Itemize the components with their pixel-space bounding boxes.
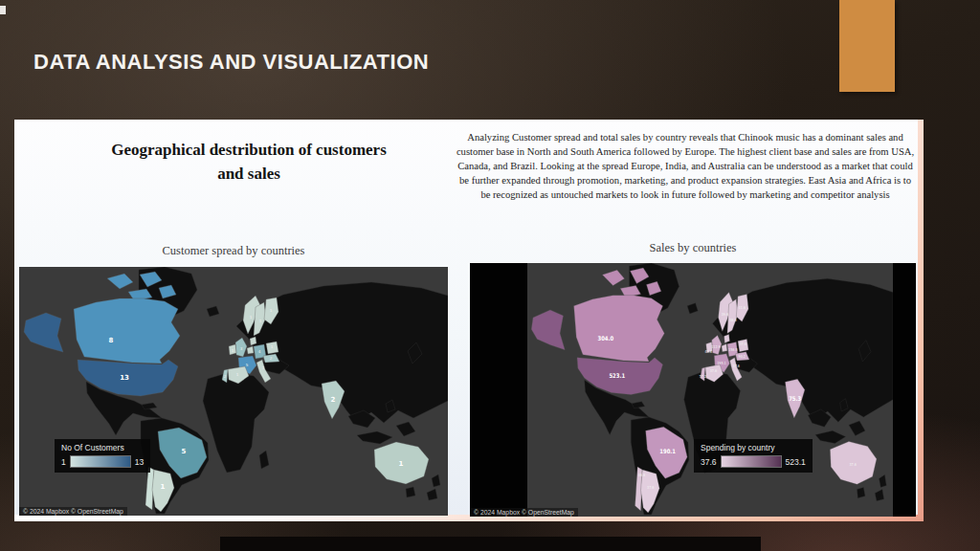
legend-colorbar	[70, 455, 131, 468]
analysis-summary-text: Analyzing Customer spread and total sale…	[455, 130, 916, 202]
value-label-czech: 90.2	[739, 355, 746, 359]
value-label-czech: 2	[270, 356, 273, 361]
sales-map-legend: Spending by country 37.6 523.1	[694, 439, 813, 473]
value-label-canada: 8	[109, 337, 114, 344]
accent-rectangle	[839, 0, 895, 92]
legend-min-value: 37.6	[701, 457, 717, 467]
screen-artifact	[0, 6, 6, 14]
value-label-finland: 1	[270, 308, 273, 313]
value-label-usa: 13	[120, 374, 129, 382]
value-label-germany: 4	[258, 349, 261, 354]
value-label-brazil: 5	[182, 448, 187, 455]
value-label-uk: 3	[240, 346, 243, 351]
value-label-norway: 39.6	[722, 313, 729, 317]
value-label-finland: 41.6	[739, 306, 746, 310]
value-label-usa: 523.1	[609, 373, 625, 380]
sales-choropleth-map: 304.0 523.1 190.1 46.6 37.6 75.3 37.6 39…	[470, 263, 916, 517]
customer-map-title: Customer spread by countries	[19, 244, 448, 258]
legend-min-value: 1	[61, 457, 66, 467]
value-label-sweden: 1	[259, 319, 262, 323]
value-label-poland: 37.6	[739, 342, 746, 345]
landmass-tasmania	[857, 487, 865, 497]
country-canada	[574, 296, 665, 362]
value-label-brazil: 190.1	[659, 448, 676, 454]
value-label-germany: 156.5	[728, 347, 737, 351]
value-label-poland: 1	[271, 344, 274, 349]
value-label-spain: 1	[236, 372, 239, 377]
map-attribution: © 2024 Mapbox © OpenStreetMap	[19, 507, 127, 516]
value-label-australia: 1	[399, 460, 404, 468]
value-label-canada: 304.0	[598, 335, 614, 342]
value-label-australia: 37.6	[850, 463, 858, 467]
content-panel-border: Geographical destribution of customers a…	[14, 120, 924, 521]
value-label-italy: 1	[262, 365, 265, 370]
value-label-india: 75.3	[789, 395, 801, 402]
value-label-ireland: 45.6	[705, 350, 713, 354]
value-label-italy: 37.6	[733, 364, 741, 368]
content-panel: Geographical destribution of customers a…	[14, 120, 918, 515]
value-label-france: 5	[246, 363, 249, 367]
legend-max-value: 13	[135, 457, 144, 467]
section-heading: Geographical destribution of customers a…	[100, 139, 397, 186]
value-label-argentina: 37.6	[647, 486, 655, 490]
bottom-shadow-bar	[220, 537, 761, 551]
value-label-france: 195.1	[717, 362, 725, 365]
value-label-sweden: 38.6	[729, 319, 737, 322]
value-label-spain: 37.6	[710, 369, 718, 373]
value-label-chile: 46.6	[638, 474, 646, 477]
value-label-uk: 112.9	[711, 344, 721, 348]
legend-title: No Of Customers	[61, 443, 144, 452]
legend-max-value: 523.1	[786, 457, 806, 467]
sales-map-title: Sales by countries	[470, 241, 916, 255]
legend-title: Spending by country	[701, 443, 806, 452]
value-label-ireland: 1	[232, 348, 234, 353]
value-label-india: 2	[331, 396, 336, 404]
value-label-argentina: 1	[161, 483, 166, 491]
landmass-tasmania	[406, 487, 415, 497]
customer-map-legend: No Of Customers 1 13	[55, 439, 150, 473]
presentation-slide: DATA ANALYSIS AND VISUALIZATION Geograph…	[0, 0, 980, 551]
sales-world-map-canvas: 304.0 523.1 190.1 46.6 37.6 75.3 37.6 39…	[527, 263, 893, 517]
value-label-norway: 1	[250, 315, 253, 320]
legend-colorbar	[721, 455, 782, 468]
map-attribution: © 2024 Mapbox © OpenStreetMap	[470, 508, 578, 517]
slide-title: DATA ANALYSIS AND VISUALIZATION	[33, 50, 429, 75]
customer-world-map-canvas: 8 13 5 1 2 1 1 1 1 3 1 5 4 2 1 1 1	[19, 267, 448, 516]
customer-choropleth-map: 8 13 5 1 2 1 1 1 1 3 1 5 4 2 1 1 1	[19, 267, 448, 516]
value-label-portugal: 2	[224, 374, 227, 379]
value-label-portugal: 77.2	[700, 375, 706, 379]
country-canada	[74, 298, 180, 364]
